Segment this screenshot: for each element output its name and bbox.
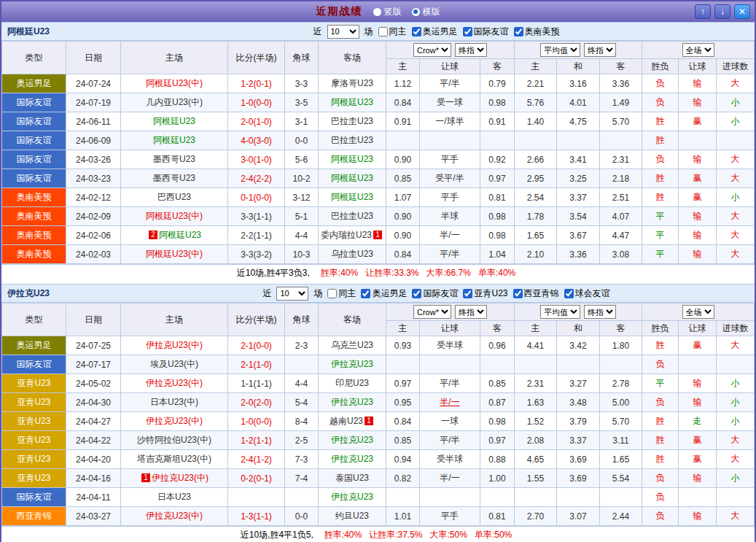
same-home-input[interactable] <box>327 289 337 298</box>
league-filter-checkbox[interactable]: 奥运男足 <box>361 287 407 300</box>
team-link[interactable]: 阿根廷U23 <box>331 173 373 183</box>
team-link[interactable]: 沙特阿拉伯U23(中) <box>137 435 211 445</box>
team-link[interactable]: 伊拉克U23 <box>331 492 373 502</box>
team-link[interactable]: 伊拉克U23(中) <box>146 416 203 426</box>
match-date: 24-07-19 <box>66 93 121 112</box>
team-link[interactable]: 几内亚U23(中) <box>146 97 203 107</box>
league-filter-input[interactable] <box>564 289 574 298</box>
team-link[interactable]: 阿根廷U23 <box>331 192 373 202</box>
scope-select[interactable]: 全场 <box>682 43 714 57</box>
result: 胜 <box>642 169 679 188</box>
euro-odds <box>557 355 600 374</box>
team-link[interactable]: 阿根廷U23(中) <box>146 249 203 259</box>
team-link[interactable]: 伊拉克U23 <box>331 397 373 407</box>
matches-tbody: 奥运男足24-07-25伊拉克U23(中)2-1(0-0)2-3乌克兰U230.… <box>2 336 755 526</box>
team-link[interactable]: 阿根廷U23 <box>331 154 373 164</box>
league-filter-input[interactable] <box>412 289 421 298</box>
match-date: 24-06-09 <box>66 131 121 150</box>
col-date: 日期 <box>66 303 121 336</box>
team-link[interactable]: 墨西哥U23 <box>153 173 195 183</box>
team-link[interactable]: 伊拉克U23 <box>331 435 373 445</box>
same-home-checkbox[interactable]: 同主 <box>327 287 356 300</box>
team-link[interactable]: 乌拉圭U23 <box>331 249 373 259</box>
team-link[interactable]: 伊拉克U23 <box>331 359 373 369</box>
team-link[interactable]: 越南U23 <box>330 416 363 426</box>
move-up-button[interactable]: ↑ <box>695 4 711 19</box>
corners: 3-1 <box>285 112 319 131</box>
league-filter-checkbox[interactable]: 球会友谊 <box>564 287 610 300</box>
team-link[interactable]: 伊拉克U23(中) <box>146 511 203 521</box>
vertical-layout-radio[interactable]: 竖版 <box>373 6 402 18</box>
team-link[interactable]: 塔吉克斯坦U23(中) <box>137 454 211 464</box>
asian-odds-time-select[interactable]: 终指 <box>455 305 487 319</box>
col-corners: 角球 <box>285 303 319 336</box>
horizontal-layout-radio[interactable]: 横版 <box>412 6 440 18</box>
league-filter-checkbox[interactable]: 奥南美预 <box>514 26 560 38</box>
asian-odds: 0.98 <box>480 226 515 245</box>
euro-odds-time-select[interactable]: 终指 <box>584 43 616 57</box>
team-link[interactable]: 阿根廷U23(中) <box>146 78 203 88</box>
team-link[interactable]: 印尼U23 <box>335 378 369 388</box>
league-filter-checkbox[interactable]: 国际友谊 <box>412 287 458 300</box>
recent-count-select[interactable]: 10 <box>276 287 308 301</box>
team-link[interactable]: 巴西U23 <box>157 192 191 202</box>
league-filter-input[interactable] <box>361 289 370 298</box>
team-link[interactable]: 委内瑞拉U23 <box>321 230 372 240</box>
same-home-input[interactable] <box>378 27 388 36</box>
league-filter-input[interactable] <box>463 27 472 36</box>
league-filter-checkbox[interactable]: 西亚青锦 <box>513 287 559 300</box>
league-filter-checkbox[interactable]: 亚青U23 <box>463 287 507 300</box>
league-filter-input[interactable] <box>513 289 523 298</box>
team-link[interactable]: 巴拉圭U23 <box>331 116 373 126</box>
asian-odds-source-select[interactable]: Crow* <box>413 305 451 319</box>
league-filter-input[interactable] <box>412 27 421 36</box>
scope-select[interactable]: 全场 <box>682 305 714 319</box>
team-link[interactable]: 约旦U23 <box>335 511 369 521</box>
team-link[interactable]: 巴拉圭U23 <box>331 211 373 221</box>
team-link[interactable]: 摩洛哥U23 <box>331 78 373 88</box>
team-link[interactable]: 阿根廷U23 <box>153 135 195 145</box>
recent-count-select[interactable]: 10 <box>327 25 359 39</box>
league-filters: 奥运男足国际友谊奥南美预 <box>412 26 560 38</box>
home-team: 伊拉克U23(中) <box>121 336 228 355</box>
summary-rate: 单率:40% <box>478 268 515 278</box>
goals-result: 大 <box>717 150 755 169</box>
team-link[interactable]: 阿根廷U23 <box>159 230 201 240</box>
team-link[interactable]: 日本U23 <box>157 492 191 502</box>
team-link[interactable]: 墨西哥U23 <box>153 154 195 164</box>
team-link[interactable]: 伊拉克U23 <box>331 454 373 464</box>
team-link[interactable]: 埃及U23(中) <box>150 359 198 369</box>
match-score: 1-0(0-0) <box>228 93 285 112</box>
team-link[interactable]: 伊拉克U23(中) <box>152 473 209 483</box>
team-link[interactable]: 阿根廷U23 <box>153 116 195 126</box>
same-home-checkbox[interactable]: 同主 <box>378 26 407 38</box>
euro-odds: 2.31 <box>515 374 557 393</box>
euro-odds: 3.08 <box>600 245 642 264</box>
team-link[interactable]: 泰国U23 <box>335 473 369 483</box>
league-filter-input[interactable] <box>463 289 472 298</box>
league-filter-input[interactable] <box>514 27 523 36</box>
euro-odds: 5.54 <box>600 469 642 488</box>
euro-odds-source-select[interactable]: 平均值 <box>540 305 580 319</box>
team-link[interactable]: 乌克兰U23 <box>331 340 373 350</box>
team-link[interactable]: 伊拉克U23(中) <box>146 378 203 388</box>
team-link[interactable]: 日本U23(中) <box>150 397 198 407</box>
asian-odds-time-select[interactable]: 终指 <box>455 43 487 57</box>
asian-odds: 0.98 <box>480 93 515 112</box>
asian-odds-source-select[interactable]: Crow* <box>413 43 451 57</box>
league-filter-checkbox[interactable]: 国际友谊 <box>463 26 509 38</box>
close-button[interactable]: ✕ <box>734 4 750 19</box>
goals-result: 大 <box>717 245 755 264</box>
team-link[interactable]: 阿根廷U23(中) <box>146 211 203 221</box>
col-eu-home: 主 <box>515 321 557 336</box>
team-link[interactable]: 巴拉圭U23 <box>331 135 373 145</box>
team-link[interactable]: 阿根廷U23 <box>331 97 373 107</box>
euro-odds-time-select[interactable]: 终指 <box>584 305 616 319</box>
team-link[interactable]: 伊拉克U23(中) <box>146 340 203 350</box>
league-filter-checkbox[interactable]: 奥运男足 <box>412 26 458 38</box>
euro-odds-source-select[interactable]: 平均值 <box>540 43 580 57</box>
col-goals: 进球数 <box>717 321 755 336</box>
summary-rates: 胜率:40%让胜率:37.5%大率:50%单率:50% <box>321 529 515 541</box>
move-down-button[interactable]: ↓ <box>714 4 730 19</box>
asian-odds <box>386 488 420 507</box>
